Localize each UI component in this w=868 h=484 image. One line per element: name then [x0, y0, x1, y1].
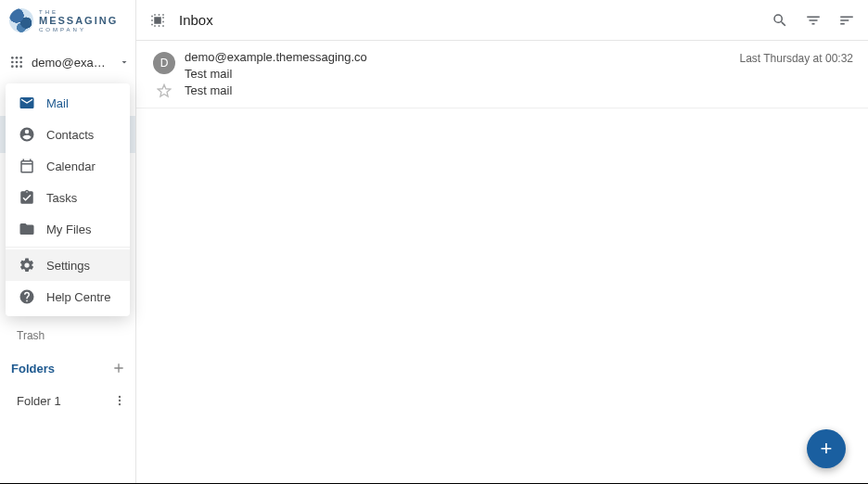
svg-point-0: [11, 57, 14, 59]
calendar-icon: [19, 158, 35, 174]
filter-icon[interactable]: [805, 12, 822, 29]
page-title: Inbox: [179, 12, 759, 28]
apps-menu-mail[interactable]: Mail: [6, 87, 130, 119]
svg-point-1: [16, 57, 19, 59]
sort-icon[interactable]: [838, 12, 855, 29]
gear-icon: [19, 257, 35, 274]
menu-divider: [6, 247, 130, 248]
svg-point-10: [119, 400, 121, 401]
compose-button[interactable]: +: [807, 429, 846, 468]
plus-icon: +: [821, 437, 833, 461]
svg-point-3: [11, 61, 14, 64]
mail-icon: [19, 95, 35, 111]
svg-point-5: [19, 61, 22, 64]
apps-menu-help[interactable]: Help Centre: [6, 281, 130, 312]
apps-menu-calendar[interactable]: Calendar: [6, 150, 130, 182]
folders-title: Folders: [11, 362, 55, 376]
menu-label: Tasks: [46, 191, 77, 205]
logo-icon: [9, 8, 33, 32]
message-preview: Test mail: [185, 83, 730, 97]
message-subject: Test mail: [185, 67, 730, 81]
select-all-icon[interactable]: [149, 12, 166, 29]
message-time: Last Thursday at 00:32: [730, 50, 853, 98]
svg-point-4: [16, 61, 19, 64]
menu-label: Calendar: [46, 159, 96, 173]
folder-more-icon[interactable]: [113, 394, 126, 407]
menu-label: Settings: [46, 259, 90, 273]
folder-icon: [19, 221, 35, 237]
logo-text: THE MESSAGING COMPANY: [39, 9, 118, 32]
folder-item[interactable]: Folder 1: [0, 385, 135, 416]
help-icon: [19, 288, 35, 305]
contacts-icon: [19, 126, 35, 143]
star-icon[interactable]: [157, 83, 172, 98]
apps-menu: Mail Contacts Calendar Tasks: [6, 83, 130, 316]
menu-label: Help Centre: [46, 290, 110, 304]
add-folder-button[interactable]: [111, 361, 126, 376]
apps-menu-myfiles[interactable]: My Files: [6, 213, 130, 245]
tasks-icon: [19, 189, 35, 206]
main-header: Inbox: [136, 0, 868, 41]
search-icon[interactable]: [772, 12, 788, 29]
message-from: demo@example.themessaging.co: [185, 50, 730, 64]
app-logo: THE MESSAGING COMPANY: [0, 0, 135, 41]
chevron-down-icon: [119, 57, 130, 68]
folder-label: Folder 1: [17, 394, 61, 408]
account-label: demo@exam...: [32, 56, 111, 70]
sidebar-item-trash[interactable]: Trash: [0, 325, 135, 346]
svg-point-2: [19, 57, 22, 59]
apps-grid-icon[interactable]: [9, 55, 24, 70]
svg-point-7: [16, 65, 19, 68]
svg-point-8: [19, 65, 22, 68]
folders-header: Folders: [0, 351, 135, 385]
svg-point-11: [119, 403, 121, 405]
menu-label: Contacts: [46, 128, 94, 142]
sidebar: THE MESSAGING COMPANY demo@exam... Trash…: [0, 0, 136, 483]
menu-label: Mail: [46, 96, 69, 110]
svg-point-6: [11, 65, 14, 68]
main-area: Inbox D demo@example.t: [136, 0, 868, 483]
apps-menu-settings[interactable]: Settings: [6, 249, 130, 281]
message-row[interactable]: D demo@example.themessaging.co Test mail…: [136, 41, 868, 108]
apps-menu-tasks[interactable]: Tasks: [6, 182, 130, 213]
apps-menu-contacts[interactable]: Contacts: [6, 119, 130, 150]
avatar: D: [153, 52, 175, 74]
account-switcher[interactable]: demo@exam...: [0, 41, 135, 83]
svg-point-9: [119, 396, 121, 398]
menu-label: My Files: [46, 223, 91, 236]
